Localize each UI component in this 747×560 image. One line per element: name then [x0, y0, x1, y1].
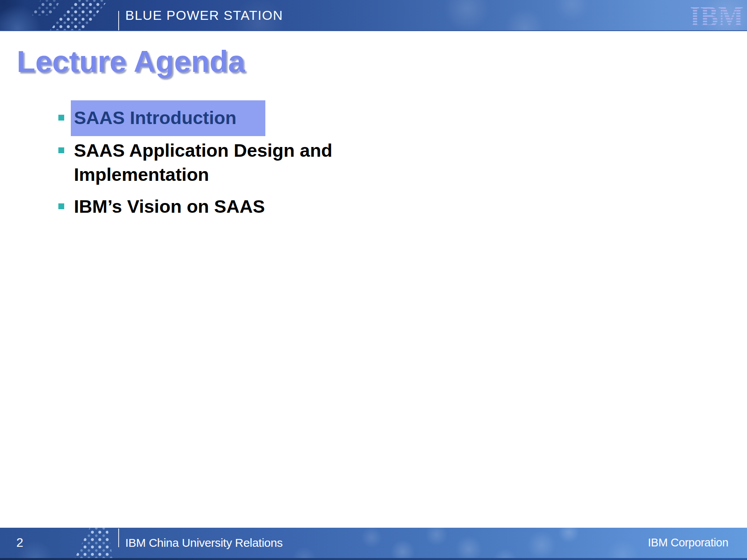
- footer-left-text: IBM China University Relations: [125, 536, 282, 550]
- ibm-logo-text: IBM: [690, 5, 743, 27]
- agenda-list: SAAS Introduction SAAS Application Desig…: [54, 100, 374, 226]
- ibm-logo: IBM: [690, 5, 744, 27]
- footer-divider-line: [118, 528, 119, 547]
- bullet-square-icon: [58, 115, 64, 121]
- footer-bottom-edge: [0, 558, 747, 560]
- dots-pattern: [74, 528, 119, 560]
- page-title: Lecture Agenda: [17, 46, 245, 77]
- bullet-square-icon: [58, 203, 64, 209]
- footer-right-text: IBM Corporation: [648, 536, 728, 549]
- header-bar: BLUE POWER STATION IBM: [0, 0, 747, 31]
- header-divider-line: [118, 11, 119, 30]
- presentation-slide: BLUE POWER STATION IBM Lecture Agenda SA…: [0, 0, 747, 560]
- footer-bar: 2 IBM China University Relations IBM Cor…: [0, 528, 747, 560]
- agenda-item-saas-application-design: SAAS Application Design and Implementati…: [54, 138, 374, 187]
- dots-pattern: [50, 0, 108, 30]
- bullet-square-icon: [58, 147, 64, 153]
- ibm-logo-svg: IBM: [690, 5, 744, 27]
- page-number: 2: [16, 536, 23, 550]
- agenda-item-label: SAAS Introduction: [71, 100, 265, 136]
- brand-title: BLUE POWER STATION: [125, 0, 283, 30]
- agenda-item-label: SAAS Application Design and Implementati…: [74, 140, 332, 185]
- agenda-item-ibm-vision: IBM’s Vision on SAAS: [54, 194, 374, 219]
- agenda-item-saas-introduction: SAAS Introduction: [54, 100, 374, 136]
- dots-pattern: [32, 0, 61, 16]
- agenda-item-label: IBM’s Vision on SAAS: [74, 196, 265, 217]
